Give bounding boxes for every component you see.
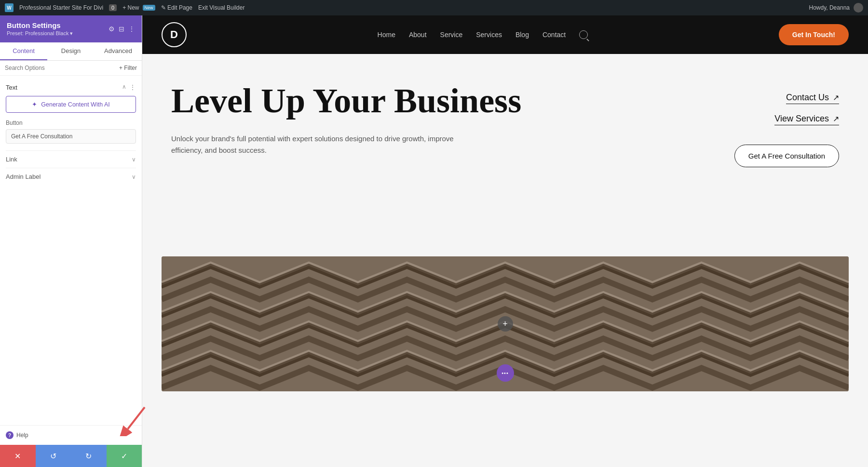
building-image: + •••: [162, 256, 849, 391]
button-field-label: Button: [6, 120, 136, 126]
bottom-actions-bar: ✕ ↺ ↻ ✓: [0, 445, 142, 467]
panel-tabs: Content Design Advanced: [0, 42, 142, 61]
help-label: Help: [16, 432, 28, 439]
consultation-button[interactable]: Get A Free Consultation: [734, 145, 839, 167]
help-icon: ?: [6, 431, 14, 439]
ai-icon: ✦: [32, 101, 37, 108]
hero-image-section: + •••: [162, 256, 849, 391]
nav-about[interactable]: About: [409, 31, 427, 39]
text-section-header: Text ∧ ⋮: [6, 83, 136, 91]
nav-contact[interactable]: Contact: [542, 31, 566, 39]
save-button[interactable]: ✓: [107, 445, 142, 467]
site-nav: Home About Service Services Blog Contact: [378, 30, 588, 39]
panel-header-icons: ⚙ ⊟ ⋮: [108, 25, 135, 33]
sidebar-header: Button Settings Preset: Professional Bla…: [0, 15, 142, 42]
site-header: D Home About Service Services Blog Conta…: [142, 15, 868, 54]
collapse-icon[interactable]: ∧: [122, 83, 126, 91]
preset-label[interactable]: Preset: Professional Black ▾: [7, 30, 73, 37]
ai-generate-label: Generate Content With AI: [41, 101, 109, 108]
admin-label-label: Admin Label: [6, 173, 41, 180]
contact-us-arrow-icon: ↗: [833, 93, 839, 102]
admin-label-accordion[interactable]: Admin Label ∨: [6, 168, 136, 185]
button-text-input[interactable]: [6, 129, 136, 144]
layout-icon[interactable]: ⊟: [119, 25, 124, 33]
search-row: + Filter: [0, 61, 142, 76]
site-name[interactable]: Professional Starter Site For Divi: [19, 4, 103, 11]
section-actions: ∧ ⋮: [122, 83, 136, 91]
nav-services[interactable]: Services: [476, 31, 502, 39]
tab-content[interactable]: Content: [0, 42, 47, 60]
nav-blog[interactable]: Blog: [515, 31, 529, 39]
edit-page-btn[interactable]: ✎ Edit Page: [161, 4, 192, 11]
wordpress-icon: W: [5, 3, 14, 12]
undo-button[interactable]: ↺: [36, 445, 71, 467]
exit-builder-btn[interactable]: Exit Visual Builder: [198, 4, 245, 11]
sidebar-content: Text ∧ ⋮ ✦ Generate Content With AI Butt…: [0, 76, 142, 425]
admin-bar-right: Howdy, Deanna: [809, 3, 864, 13]
main-content-area: D Home About Service Services Blog Conta…: [142, 15, 868, 467]
link-accordion[interactable]: Link ∨: [6, 150, 136, 168]
nav-service[interactable]: Service: [440, 31, 463, 39]
redo-button[interactable]: ↻: [71, 445, 107, 467]
section-menu-icon[interactable]: ⋮: [129, 83, 136, 91]
wp-logo[interactable]: W: [5, 3, 14, 12]
comment-count[interactable]: 0: [109, 4, 117, 11]
settings-icon[interactable]: ⚙: [108, 25, 115, 33]
button-settings-panel: Button Settings Preset: Professional Bla…: [0, 15, 142, 467]
search-input[interactable]: [5, 65, 115, 71]
ai-generate-button[interactable]: ✦ Generate Content With AI: [6, 96, 136, 113]
link-chevron-icon: ∨: [132, 156, 136, 163]
view-services-arrow-icon: ↗: [833, 114, 839, 123]
contact-us-link[interactable]: Contact Us ↗: [786, 93, 839, 104]
nav-home[interactable]: Home: [378, 31, 395, 39]
hero-title: Level Up Your Business: [171, 83, 704, 120]
site-logo[interactable]: D: [162, 22, 187, 47]
admin-label-chevron-icon: ∨: [132, 173, 136, 180]
get-in-touch-button[interactable]: Get In Touch!: [779, 24, 849, 45]
panel-title: Button Settings: [7, 21, 73, 29]
hero-subtitle: Unlock your brand's full potential with …: [171, 133, 461, 156]
hero-left: Level Up Your Business Unlock your brand…: [171, 83, 704, 237]
text-section-title: Text: [6, 84, 17, 91]
logo-circle: D: [162, 22, 187, 47]
avatar: [854, 3, 863, 13]
more-options-button[interactable]: •••: [497, 364, 514, 382]
tab-design[interactable]: Design: [47, 42, 95, 60]
tab-advanced[interactable]: Advanced: [95, 42, 142, 60]
more-options-icon[interactable]: ⋮: [128, 25, 135, 33]
cancel-button[interactable]: ✕: [0, 445, 36, 467]
filter-button[interactable]: + Filter: [119, 65, 137, 71]
new-content-btn[interactable]: + New New: [122, 4, 155, 11]
arrow-indicator: [116, 398, 154, 438]
link-label: Link: [6, 156, 17, 163]
hero-section: Level Up Your Business Unlock your brand…: [142, 54, 868, 256]
view-services-link[interactable]: View Services ↗: [774, 114, 839, 125]
admin-bar: W Professional Starter Site For Divi 0 +…: [0, 0, 868, 15]
hero-right: Contact Us ↗ View Services ↗ Get A Free …: [704, 83, 839, 237]
search-icon[interactable]: [579, 30, 588, 39]
add-row-button[interactable]: +: [498, 316, 513, 332]
